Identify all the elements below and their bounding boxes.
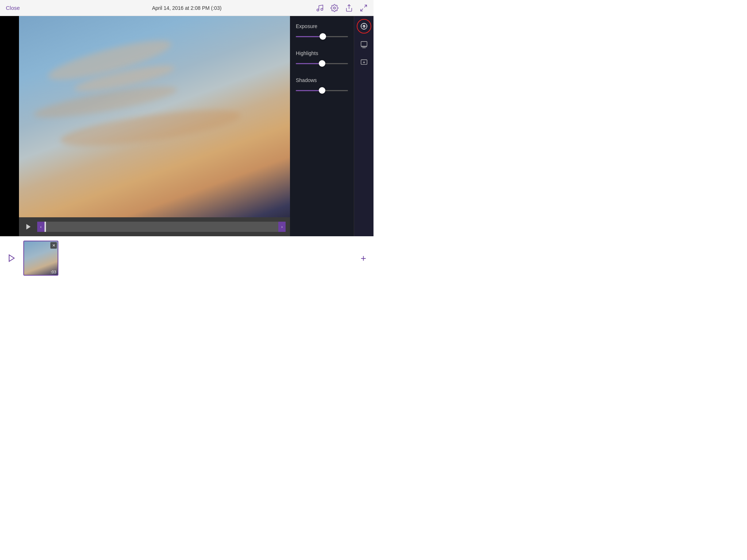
- thumbnail-card[interactable]: ✕ :03: [23, 241, 58, 276]
- svg-point-1: [321, 8, 323, 10]
- svg-point-0: [317, 9, 319, 11]
- timeline-thumb: [44, 222, 46, 232]
- timeline-right-arrow[interactable]: ›: [278, 222, 286, 232]
- adjust-panel: Exposure Highlights Shadows: [290, 16, 354, 236]
- music-icon[interactable]: [316, 4, 324, 12]
- timeline-left-arrow[interactable]: ‹: [37, 222, 44, 232]
- svg-line-4: [364, 5, 367, 7]
- filter-button[interactable]: [357, 37, 371, 52]
- video-area: ‹ ›: [19, 16, 290, 236]
- timeline[interactable]: ‹ ›: [37, 222, 286, 232]
- svg-rect-13: [361, 42, 367, 46]
- svg-marker-6: [26, 224, 31, 230]
- svg-marker-19: [9, 255, 14, 261]
- highlights-slider[interactable]: [296, 60, 348, 67]
- title-text: April 14, 2016 at 2:08 PM (:03): [152, 5, 222, 11]
- share-icon[interactable]: [345, 4, 353, 12]
- close-button[interactable]: Close: [6, 5, 20, 11]
- top-icons: [316, 4, 368, 12]
- thumbnail-duration: :03: [51, 270, 56, 274]
- thumbnail-close-button[interactable]: ✕: [50, 242, 57, 249]
- top-bar: Close April 14, 2016 at 2:08 PM (:03): [0, 0, 374, 16]
- right-sidebar: [354, 16, 374, 236]
- shadows-label: Shadows: [296, 77, 348, 83]
- shadows-slider[interactable]: [296, 87, 348, 94]
- exposure-label: Exposure: [296, 23, 348, 29]
- play-button-bottom[interactable]: [6, 252, 18, 264]
- adjustment-tool-button[interactable]: [357, 19, 371, 34]
- add-media-button[interactable]: +: [361, 253, 366, 263]
- svg-line-5: [361, 8, 363, 11]
- play-button-small[interactable]: [23, 222, 34, 232]
- shadows-group: Shadows: [296, 77, 348, 94]
- settings-icon[interactable]: [330, 4, 338, 12]
- highlights-group: Highlights: [296, 50, 348, 67]
- cloud-streaks: [19, 16, 290, 236]
- highlights-label: Highlights: [296, 50, 348, 56]
- svg-point-2: [333, 7, 336, 9]
- expand-icon[interactable]: [360, 4, 368, 12]
- left-black-bar: [0, 16, 19, 236]
- main-area: ‹ › Exposure Highlights: [0, 16, 374, 236]
- exposure-group: Exposure: [296, 23, 348, 40]
- playback-bar: ‹ ›: [19, 217, 290, 236]
- exposure-slider[interactable]: [296, 33, 348, 40]
- bottom-strip: ✕ :03 +: [0, 236, 374, 280]
- add-overlay-button[interactable]: [357, 55, 371, 70]
